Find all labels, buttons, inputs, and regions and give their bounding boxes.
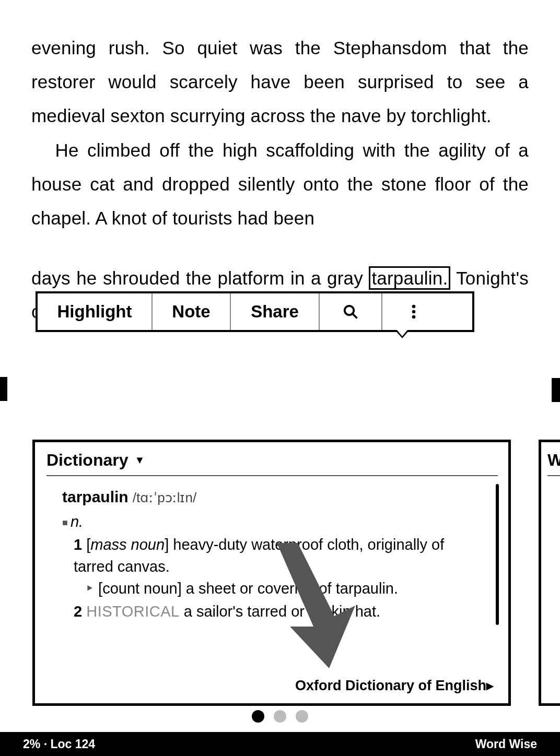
svg-point-2 <box>412 305 416 309</box>
svg-point-0 <box>345 306 354 315</box>
subsense: [count noun] a sheet or covering of tarp… <box>62 577 482 599</box>
dictionary-entry: tarpaulin /tɑːˈpɔːlɪn/ n. 1 [mass noun] … <box>46 486 498 622</box>
sense: 2 HISTORICAL a sailor's tarred or oilski… <box>62 600 482 622</box>
svg-point-3 <box>412 310 416 314</box>
selected-word[interactable]: tarpaulin. <box>369 266 450 290</box>
register-label: HISTORICAL <box>86 603 180 620</box>
search-icon <box>343 304 358 320</box>
page-edge-marker <box>0 377 7 401</box>
share-button[interactable]: Share <box>231 293 320 330</box>
text-fragment: days he shrouded the platform in a gray <box>31 268 369 288</box>
book-text: evening rush. So quiet was the Stephansd… <box>31 31 529 329</box>
part-of-speech: n. <box>62 511 482 533</box>
svg-point-4 <box>412 315 416 319</box>
paragraph: evening rush. So quiet was the Stephansd… <box>31 31 529 133</box>
progress-location[interactable]: 2% · Loc 124 <box>23 737 95 751</box>
search-button[interactable] <box>320 293 382 330</box>
word-wise-button[interactable]: Word Wise <box>475 737 537 751</box>
sense-number: 1 <box>74 536 82 553</box>
definition: a sheet or covering of tarpaulin. <box>186 580 398 597</box>
secondary-panel[interactable]: W <box>539 440 560 706</box>
chevron-down-icon: ▼ <box>134 454 145 466</box>
more-button[interactable] <box>382 293 445 330</box>
selection-toolbar: Highlight Note Share <box>36 291 474 332</box>
highlight-button[interactable]: Highlight <box>38 293 153 330</box>
headword: tarpaulin <box>62 488 129 505</box>
dictionary-panel: Dictionary ▼ tarpaulin /tɑːˈpɔːlɪn/ n. 1… <box>32 440 511 706</box>
page-dot[interactable] <box>296 710 308 723</box>
sense-number: 2 <box>74 603 82 620</box>
dictionary-label: Dictionary <box>46 451 128 470</box>
paragraph: He climbed off the high scaffolding with… <box>31 134 529 235</box>
dictionary-header[interactable]: Dictionary ▼ <box>46 451 498 476</box>
pronunciation: /tɑːˈpɔːlɪn/ <box>133 490 196 505</box>
grammar-label: mass noun <box>90 536 165 553</box>
page-dot[interactable] <box>252 710 264 723</box>
scrollbar[interactable] <box>496 484 499 625</box>
dictionary-source-button[interactable]: Oxford Dictionary of English▸ <box>295 677 494 694</box>
footer-bar: 2% · Loc 124 Word Wise <box>0 732 560 756</box>
grammar-label: count noun <box>102 580 178 597</box>
more-vertical-icon <box>406 304 422 320</box>
svg-line-1 <box>353 314 357 318</box>
toolbar-pointer-icon <box>395 330 410 338</box>
page-edge-marker <box>552 378 560 402</box>
note-button[interactable]: Note <box>153 293 231 330</box>
page-dots <box>0 710 560 723</box>
divider <box>547 475 560 476</box>
sense: 1 [mass noun] heavy-duty waterproof clot… <box>62 534 482 577</box>
definition: a sailor's tarred or oilskin hat. <box>184 603 380 620</box>
secondary-panel-label: W <box>547 451 560 470</box>
page-dot[interactable] <box>274 710 286 723</box>
reader-page: evening rush. So quiet was the Stephansd… <box>0 0 560 756</box>
